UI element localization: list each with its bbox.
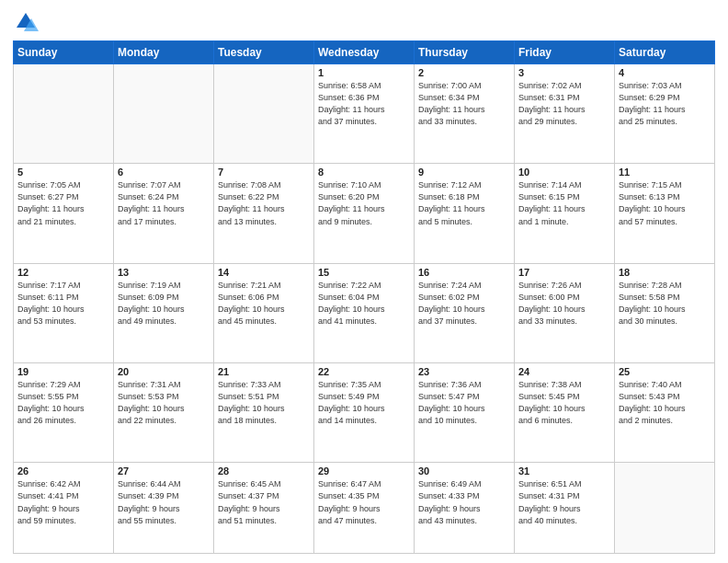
day-number: 6 <box>118 167 210 178</box>
day-number: 2 <box>418 67 510 78</box>
calendar-cell: 21Sunrise: 7:33 AMSunset: 5:51 PMDayligh… <box>214 363 314 463</box>
calendar-cell: 20Sunrise: 7:31 AMSunset: 5:53 PMDayligh… <box>114 363 214 463</box>
cell-content: Sunrise: 7:07 AMSunset: 6:24 PMDaylight:… <box>118 179 210 227</box>
day-number: 17 <box>518 267 610 278</box>
header <box>13 9 715 35</box>
cell-content: Sunrise: 6:49 AMSunset: 4:33 PMDaylight:… <box>418 478 510 526</box>
calendar-cell: 16Sunrise: 7:24 AMSunset: 6:02 PMDayligh… <box>415 263 515 362</box>
day-number: 8 <box>318 167 410 178</box>
day-number: 26 <box>17 465 109 477</box>
cell-content: Sunrise: 6:51 AMSunset: 4:31 PMDaylight:… <box>518 478 610 526</box>
calendar-cell: 7Sunrise: 7:08 AMSunset: 6:22 PMDaylight… <box>214 164 314 263</box>
calendar-cell: 29Sunrise: 6:47 AMSunset: 4:35 PMDayligh… <box>314 463 415 554</box>
cell-content: Sunrise: 7:28 AMSunset: 5:58 PMDaylight:… <box>619 280 711 327</box>
cell-content: Sunrise: 7:17 AMSunset: 6:11 PMDaylight:… <box>17 280 109 327</box>
calendar-week-row: 26Sunrise: 6:42 AMSunset: 4:41 PMDayligh… <box>14 463 715 554</box>
cell-content: Sunrise: 7:03 AMSunset: 6:29 PMDaylight:… <box>619 80 711 128</box>
cell-content: Sunrise: 7:19 AMSunset: 6:09 PMDaylight:… <box>118 280 210 327</box>
day-number: 9 <box>418 167 510 178</box>
cell-content: Sunrise: 7:21 AMSunset: 6:06 PMDaylight:… <box>218 280 310 327</box>
weekday-header-row: SundayMondayTuesdayWednesdayThursdayFrid… <box>14 41 715 64</box>
day-number: 18 <box>619 267 711 278</box>
cell-content: Sunrise: 7:02 AMSunset: 6:31 PMDaylight:… <box>518 80 610 128</box>
cell-content: Sunrise: 7:08 AMSunset: 6:22 PMDaylight:… <box>218 179 310 227</box>
cell-content: Sunrise: 7:10 AMSunset: 6:20 PMDaylight:… <box>318 179 410 227</box>
calendar-cell: 23Sunrise: 7:36 AMSunset: 5:47 PMDayligh… <box>415 363 515 463</box>
day-number: 11 <box>619 167 711 178</box>
calendar-cell <box>615 463 715 554</box>
day-number: 12 <box>17 267 109 278</box>
cell-content: Sunrise: 7:40 AMSunset: 5:43 PMDaylight:… <box>619 379 711 427</box>
weekday-header: Tuesday <box>214 41 314 64</box>
calendar-cell: 1Sunrise: 6:58 AMSunset: 6:36 PMDaylight… <box>314 64 415 164</box>
calendar-cell <box>114 64 214 164</box>
day-number: 21 <box>218 366 310 377</box>
cell-content: Sunrise: 6:44 AMSunset: 4:39 PMDaylight:… <box>118 478 210 526</box>
cell-content: Sunrise: 7:33 AMSunset: 5:51 PMDaylight:… <box>218 379 310 427</box>
calendar-cell: 14Sunrise: 7:21 AMSunset: 6:06 PMDayligh… <box>214 263 314 362</box>
cell-content: Sunrise: 7:14 AMSunset: 6:15 PMDaylight:… <box>518 179 610 227</box>
cell-content: Sunrise: 7:35 AMSunset: 5:49 PMDaylight:… <box>318 379 410 427</box>
cell-content: Sunrise: 7:00 AMSunset: 6:34 PMDaylight:… <box>418 80 510 128</box>
cell-content: Sunrise: 7:24 AMSunset: 6:02 PMDaylight:… <box>418 280 510 327</box>
day-number: 20 <box>118 366 210 377</box>
calendar-cell: 4Sunrise: 7:03 AMSunset: 6:29 PMDaylight… <box>615 64 715 164</box>
calendar-week-row: 5Sunrise: 7:05 AMSunset: 6:27 PMDaylight… <box>14 164 715 263</box>
cell-content: Sunrise: 6:58 AMSunset: 6:36 PMDaylight:… <box>318 80 410 128</box>
day-number: 13 <box>118 267 210 278</box>
day-number: 3 <box>518 67 610 78</box>
calendar-cell: 30Sunrise: 6:49 AMSunset: 4:33 PMDayligh… <box>415 463 515 554</box>
day-number: 22 <box>318 366 410 377</box>
calendar-cell: 26Sunrise: 6:42 AMSunset: 4:41 PMDayligh… <box>14 463 114 554</box>
calendar-cell: 6Sunrise: 7:07 AMSunset: 6:24 PMDaylight… <box>114 164 214 263</box>
cell-content: Sunrise: 7:38 AMSunset: 5:45 PMDaylight:… <box>518 379 610 427</box>
weekday-header: Monday <box>114 41 214 64</box>
day-number: 10 <box>518 167 610 178</box>
calendar-cell: 27Sunrise: 6:44 AMSunset: 4:39 PMDayligh… <box>114 463 214 554</box>
calendar-cell: 22Sunrise: 7:35 AMSunset: 5:49 PMDayligh… <box>314 363 415 463</box>
weekday-header: Sunday <box>14 41 114 64</box>
day-number: 19 <box>17 366 109 377</box>
cell-content: Sunrise: 7:15 AMSunset: 6:13 PMDaylight:… <box>619 179 711 227</box>
day-number: 27 <box>118 465 210 477</box>
day-number: 29 <box>318 465 410 477</box>
day-number: 28 <box>218 465 310 477</box>
day-number: 4 <box>619 67 711 78</box>
calendar-cell: 12Sunrise: 7:17 AMSunset: 6:11 PMDayligh… <box>14 263 114 362</box>
logo-icon <box>13 9 39 35</box>
cell-content: Sunrise: 7:29 AMSunset: 5:55 PMDaylight:… <box>17 379 109 427</box>
cell-content: Sunrise: 7:36 AMSunset: 5:47 PMDaylight:… <box>418 379 510 427</box>
day-number: 31 <box>518 465 610 477</box>
day-number: 23 <box>418 366 510 377</box>
calendar-cell <box>14 64 114 164</box>
calendar-cell: 25Sunrise: 7:40 AMSunset: 5:43 PMDayligh… <box>615 363 715 463</box>
calendar-cell: 24Sunrise: 7:38 AMSunset: 5:45 PMDayligh… <box>515 363 615 463</box>
calendar-cell <box>214 64 314 164</box>
day-number: 30 <box>418 465 510 477</box>
calendar-cell: 31Sunrise: 6:51 AMSunset: 4:31 PMDayligh… <box>515 463 615 554</box>
calendar-cell: 11Sunrise: 7:15 AMSunset: 6:13 PMDayligh… <box>615 164 715 263</box>
calendar-cell: 18Sunrise: 7:28 AMSunset: 5:58 PMDayligh… <box>615 263 715 362</box>
calendar-week-row: 19Sunrise: 7:29 AMSunset: 5:55 PMDayligh… <box>14 363 715 463</box>
calendar-cell: 2Sunrise: 7:00 AMSunset: 6:34 PMDaylight… <box>415 64 515 164</box>
calendar-cell: 8Sunrise: 7:10 AMSunset: 6:20 PMDaylight… <box>314 164 415 263</box>
cell-content: Sunrise: 7:05 AMSunset: 6:27 PMDaylight:… <box>17 179 109 227</box>
cell-content: Sunrise: 6:42 AMSunset: 4:41 PMDaylight:… <box>17 478 109 526</box>
calendar-week-row: 12Sunrise: 7:17 AMSunset: 6:11 PMDayligh… <box>14 263 715 362</box>
day-number: 14 <box>218 267 310 278</box>
calendar-cell: 3Sunrise: 7:02 AMSunset: 6:31 PMDaylight… <box>515 64 615 164</box>
day-number: 1 <box>318 67 410 78</box>
calendar-cell: 19Sunrise: 7:29 AMSunset: 5:55 PMDayligh… <box>14 363 114 463</box>
cell-content: Sunrise: 6:45 AMSunset: 4:37 PMDaylight:… <box>218 478 310 526</box>
calendar-cell: 17Sunrise: 7:26 AMSunset: 6:00 PMDayligh… <box>515 263 615 362</box>
calendar-week-row: 1Sunrise: 6:58 AMSunset: 6:36 PMDaylight… <box>14 64 715 164</box>
cell-content: Sunrise: 6:47 AMSunset: 4:35 PMDaylight:… <box>318 478 410 526</box>
day-number: 15 <box>318 267 410 278</box>
day-number: 7 <box>218 167 310 178</box>
day-number: 5 <box>17 167 109 178</box>
day-number: 24 <box>518 366 610 377</box>
cell-content: Sunrise: 7:22 AMSunset: 6:04 PMDaylight:… <box>318 280 410 327</box>
weekday-header: Friday <box>515 41 615 64</box>
logo <box>13 9 42 35</box>
cell-content: Sunrise: 7:31 AMSunset: 5:53 PMDaylight:… <box>118 379 210 427</box>
